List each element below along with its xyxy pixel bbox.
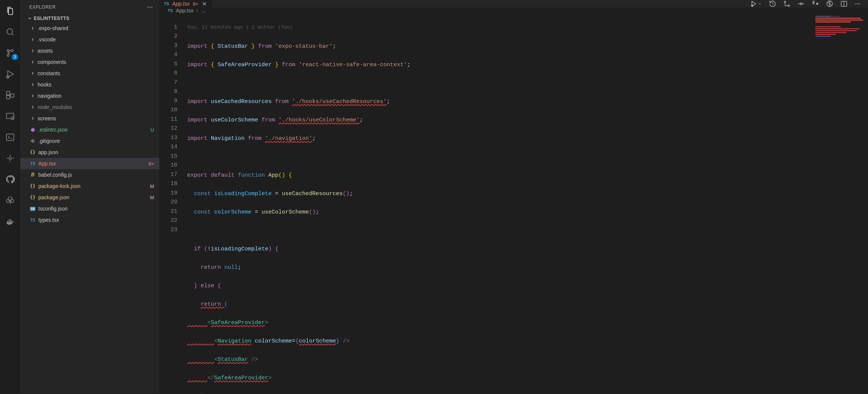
- file-types-tsx[interactable]: TStypes.tsx: [20, 214, 159, 226]
- activity-gitlens-icon[interactable]: [5, 153, 16, 164]
- svg-rect-8: [6, 113, 14, 118]
- line-number: 17: [159, 170, 177, 180]
- git-status: M: [146, 195, 154, 200]
- line-number: 11: [159, 115, 177, 124]
- activity-search-icon[interactable]: [5, 26, 16, 38]
- breadcrumb[interactable]: TS App.tsx › ...: [159, 8, 868, 14]
- activity-tree-icon[interactable]: [5, 195, 16, 206]
- explorer-more-icon[interactable]: [147, 4, 153, 11]
- svg-point-22: [151, 7, 152, 8]
- file-tsconfig-json[interactable]: TStsconfig.json: [20, 203, 159, 214]
- tab-bar: TS App.tsx 9+: [159, 0, 868, 8]
- line-number: 20: [159, 198, 177, 207]
- file-icon: {}: [29, 195, 36, 200]
- svg-point-24: [784, 1, 786, 3]
- file-label: .eslintrc.json: [38, 127, 144, 133]
- explorer-root[interactable]: ESLINTTESTTS: [20, 14, 159, 23]
- folder-screens[interactable]: screens: [20, 113, 159, 124]
- file-package-lock-json[interactable]: {}package-lock.jsonM: [20, 180, 159, 192]
- svg-point-31: [856, 3, 856, 4]
- svg-point-32: [857, 3, 858, 4]
- folder-node_modules[interactable]: node_modules: [20, 102, 159, 113]
- explorer-sidebar: EXPLORER ESLINTTESTTS .expo-shared.vscod…: [20, 0, 159, 394]
- history-icon[interactable]: [769, 0, 776, 8]
- file-label: app.json: [38, 149, 144, 155]
- activity-extensions-icon[interactable]: [5, 89, 16, 101]
- git-status: U: [146, 127, 154, 133]
- file-icon: [29, 127, 36, 133]
- line-number: 16: [159, 161, 177, 170]
- svg-point-2: [7, 55, 9, 56]
- activity-scm-icon[interactable]: 3: [5, 47, 16, 59]
- git-branch-icon[interactable]: [812, 0, 819, 8]
- breadcrumb-file: App.tsx: [176, 8, 194, 14]
- folder-hooks[interactable]: hooks: [20, 79, 159, 90]
- folder--vscode[interactable]: .vscode: [20, 34, 159, 45]
- chevron-right-icon: [30, 26, 35, 31]
- run-debug-icon[interactable]: [750, 0, 762, 8]
- line-number: 15: [159, 152, 177, 161]
- file--eslintrc-json[interactable]: .eslintrc.jsonU: [20, 124, 159, 135]
- folder-assets[interactable]: assets: [20, 45, 159, 56]
- activity-github-icon[interactable]: [5, 174, 16, 185]
- line-number: 1: [159, 23, 177, 32]
- chevron-right-icon: [30, 48, 35, 53]
- line-number: 7: [159, 78, 177, 88]
- chevron-right-icon: [30, 59, 35, 65]
- file-app-json[interactable]: {}app.json: [20, 147, 159, 158]
- split-editor-icon[interactable]: [840, 0, 848, 8]
- file--gitignore[interactable]: .gitignore: [20, 135, 159, 147]
- folder-navigation[interactable]: navigation: [20, 90, 159, 102]
- file-label: .gitignore: [38, 138, 144, 144]
- close-icon[interactable]: [201, 1, 207, 7]
- svg-rect-19: [10, 220, 11, 221]
- chevron-right-icon: [30, 71, 35, 76]
- activity-bar: 3: [0, 0, 20, 394]
- git-commit-icon[interactable]: [797, 0, 805, 8]
- gitlens-toggle-icon[interactable]: [826, 0, 833, 8]
- folder-components[interactable]: components: [20, 56, 159, 68]
- folder--expo-shared[interactable]: .expo-shared: [20, 23, 159, 34]
- line-number: 2: [159, 32, 177, 41]
- code-editor[interactable]: 1234567891011121314151617181920212223 Yo…: [159, 14, 868, 394]
- svg-rect-15: [7, 221, 8, 222]
- svg-rect-16: [9, 221, 10, 222]
- code-content[interactable]: You, 11 minutes ago | 1 author (You) imp…: [187, 14, 868, 394]
- editor-actions: [743, 0, 868, 8]
- line-number: 6: [159, 69, 177, 78]
- activity-explorer-icon[interactable]: [5, 5, 16, 17]
- file-icon: TS: [29, 207, 36, 211]
- line-number: 5: [159, 60, 177, 69]
- chevron-right-icon: [30, 37, 35, 42]
- activity-terminal-icon[interactable]: [5, 132, 16, 143]
- scm-badge: 3: [12, 54, 18, 60]
- svg-point-21: [150, 7, 150, 8]
- activity-debug-icon[interactable]: [5, 68, 16, 80]
- activity-remote-icon[interactable]: [5, 111, 16, 122]
- chevron-right-icon: [30, 105, 35, 110]
- explorer-root-label: ESLINTTESTTS: [34, 16, 70, 21]
- activity-docker-icon[interactable]: [5, 216, 16, 227]
- file-babel-config-js[interactable]: Bbabel.config.js: [20, 169, 159, 180]
- file-App-tsx[interactable]: TSApp.tsx9+: [20, 158, 159, 169]
- more-actions-icon[interactable]: [854, 0, 861, 7]
- file-package-json[interactable]: {}package.jsonM: [20, 192, 159, 203]
- git-blame-annotation: You, 11 minutes ago | 1 author (You): [187, 23, 868, 33]
- folder-label: navigation: [38, 93, 154, 99]
- file-label: babel.config.js: [38, 172, 144, 178]
- file-icon: {}: [29, 183, 36, 189]
- git-compare-icon[interactable]: [783, 0, 791, 8]
- chevron-right-icon: [30, 116, 35, 121]
- line-number: 22: [159, 216, 177, 226]
- svg-point-12: [8, 197, 12, 201]
- folder-label: assets: [38, 48, 154, 54]
- svg-point-0: [7, 29, 12, 34]
- line-gutter: 1234567891011121314151617181920212223: [159, 14, 187, 394]
- minimap[interactable]: [815, 16, 866, 44]
- git-status: M: [146, 183, 154, 189]
- folder-constants[interactable]: constants: [20, 68, 159, 79]
- explorer-header: EXPLORER: [20, 0, 159, 14]
- tab-app-tsx[interactable]: TS App.tsx 9+: [159, 0, 212, 8]
- tab-problems-badge: 9+: [193, 1, 198, 7]
- line-number: 18: [159, 179, 177, 189]
